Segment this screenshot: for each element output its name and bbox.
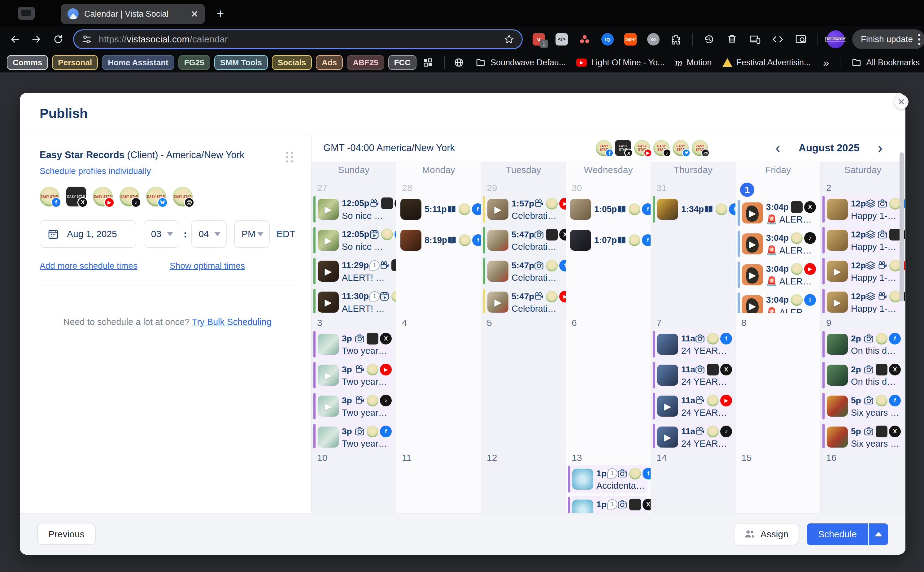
browser-profile-avatar[interactable]: SOUNDWAVE bbox=[827, 30, 845, 48]
back-icon[interactable] bbox=[8, 33, 22, 46]
extension-red-icon[interactable]: v1 bbox=[532, 33, 546, 46]
calendar-post[interactable]: ▶11a♪24 YEARS(!) of … bbox=[653, 423, 732, 448]
meridiem-select[interactable]: PM bbox=[234, 220, 270, 248]
assign-button[interactable]: Assign bbox=[734, 524, 798, 545]
next-month-icon[interactable]: › bbox=[876, 141, 885, 155]
calendar-scrollbar[interactable] bbox=[899, 152, 904, 302]
show-optimal-times-link[interactable]: Show optimal times bbox=[170, 261, 245, 271]
profile-threads[interactable]: EASY STAR@ bbox=[692, 140, 708, 156]
bookmark-group-socials[interactable]: Socials bbox=[272, 55, 312, 70]
date-picker-field[interactable]: Aug 1, 2025 bbox=[40, 220, 136, 248]
calendar-post[interactable]: ▶11a▶24 YEARS(!) of … bbox=[653, 392, 732, 420]
calendar-post[interactable]: 2pXOn this day in … bbox=[823, 361, 902, 389]
calendar-post[interactable]: ▶12:05pXSo nice 🍒😌 #… bbox=[313, 195, 393, 224]
bookmark-group-smm-tools[interactable]: SMM Tools bbox=[214, 55, 268, 70]
profile-bluesky[interactable]: EASY STAR bbox=[672, 140, 689, 156]
bookmark-group-comms[interactable]: Comms bbox=[7, 55, 48, 70]
try-bulk-scheduling-link[interactable]: Try Bulk Scheduling bbox=[192, 317, 272, 327]
profile-x[interactable]: EASY STARX bbox=[615, 140, 631, 156]
forward-icon[interactable] bbox=[30, 33, 44, 46]
devices-icon[interactable] bbox=[748, 33, 762, 46]
calendar-post[interactable]: 3pfTwo years ag… bbox=[313, 423, 393, 448]
extensions-puzzle-icon[interactable] bbox=[669, 33, 683, 46]
calendar-post[interactable]: ▶3:04p▶🚨 ALERT ‼️ BU… bbox=[737, 261, 817, 289]
finish-update-button[interactable]: Finish update ••• bbox=[852, 30, 924, 49]
url-bar[interactable]: https://vistasocial.com/calendar bbox=[73, 30, 523, 49]
browser-tab[interactable]: Calendar | Vista Social ✕ bbox=[61, 4, 205, 24]
profile-facebook[interactable]: EASY STARf bbox=[596, 140, 612, 156]
bookmark-star-icon[interactable] bbox=[504, 34, 514, 45]
profile-youtube[interactable]: EASY STAR▶ bbox=[634, 140, 650, 156]
modal-close-icon[interactable]: ✕ bbox=[894, 95, 908, 109]
inspect-page-icon[interactable] bbox=[794, 33, 807, 46]
all-bookmarks-button[interactable]: All Bookmarks bbox=[851, 57, 920, 68]
calendar-post[interactable]: 12pfHappy 1-year … bbox=[823, 195, 902, 224]
bookmark-group-fcc[interactable]: FCC bbox=[388, 55, 417, 70]
calendar-post[interactable]: 1:34pf bbox=[653, 195, 732, 224]
schedule-dropdown-button[interactable] bbox=[869, 524, 888, 545]
calendar-post[interactable]: ▶3:04pX🚨 ALERT ‼️ BU… bbox=[737, 199, 817, 227]
bookmarks-overflow-icon[interactable]: » bbox=[823, 57, 829, 69]
new-tab-button[interactable]: + bbox=[217, 7, 224, 21]
calendar-post[interactable]: ▶1:57p▶Celebrating th… bbox=[483, 195, 563, 224]
bookmark-item[interactable]: ▶Light Of Mine - Yo... bbox=[576, 58, 664, 67]
calendar-post[interactable]: 2pfOn this day in … bbox=[823, 330, 902, 358]
calendar-post[interactable]: ▶3:04p♪🚨 ALERT ‼️ BU… bbox=[737, 230, 817, 258]
add-more-schedule-times-link[interactable]: Add more schedule times bbox=[40, 261, 137, 271]
profile-x[interactable]: EASY STARX bbox=[66, 187, 86, 207]
calendar-post[interactable]: 1p1fAccidental Ba… bbox=[568, 465, 647, 493]
calendar-post[interactable]: 5pfSix years since… bbox=[823, 392, 902, 420]
bookmark-group-home-assistant[interactable]: Home Assistant bbox=[102, 55, 174, 70]
calendar-post[interactable]: ▶11:30p1fALERT! 🚨 New … bbox=[313, 288, 393, 313]
calendar-post[interactable]: ▶3p▶Two years ag… bbox=[313, 361, 393, 389]
calendar-post[interactable]: ▶3:04pf🚨 ALERT ‼️ BU… bbox=[737, 292, 817, 313]
calendar-post[interactable]: ▶12p▶Happy 1-year … bbox=[823, 257, 902, 285]
calendar-post[interactable]: 5pXSix years since… bbox=[823, 423, 902, 448]
minute-select[interactable]: 04 bbox=[191, 220, 227, 248]
link-extension-icon[interactable]: ∞ bbox=[647, 33, 660, 46]
reload-icon[interactable] bbox=[51, 33, 65, 46]
bookmark-item[interactable]: Soundwave Defau... bbox=[475, 57, 566, 68]
calendar-post[interactable]: 3pXTwo years ag… bbox=[313, 330, 393, 358]
history-icon[interactable] bbox=[702, 33, 716, 46]
schedule-button[interactable]: Schedule bbox=[807, 524, 868, 545]
calendar-post[interactable]: ▶11:29p1XALERT! 🚨 New … bbox=[313, 257, 393, 285]
calendar-post[interactable]: 1p1XAccidental Ba… bbox=[568, 496, 647, 513]
bookmark-group-abf25[interactable]: ABF25 bbox=[347, 55, 384, 70]
calendar-post[interactable]: ▶12p♪Happy 1-year … bbox=[823, 288, 902, 313]
calendar-post[interactable]: 5:47pfCelebrating th… bbox=[483, 257, 563, 285]
bookmark-group-personal[interactable]: Personal bbox=[52, 55, 98, 70]
calendar-post[interactable]: 5:47pXCelebrating E… bbox=[483, 226, 563, 255]
profile-facebook[interactable]: EASY STARf bbox=[40, 187, 59, 207]
bookmark-group-fg25[interactable]: FG25 bbox=[178, 55, 210, 70]
dev-code-icon[interactable] bbox=[771, 33, 785, 46]
calendar-post[interactable]: ▶12:05pfSo nice 🍒😌 #… bbox=[313, 226, 393, 255]
extension-code-icon[interactable]: </> bbox=[555, 33, 569, 46]
iq-extension-icon[interactable]: IQ bbox=[601, 33, 614, 46]
profile-threads[interactable]: EASY STAR@ bbox=[173, 187, 193, 207]
calendar-post[interactable]: ▶5:47p▶Celebrating th… bbox=[483, 288, 563, 313]
bookmark-item[interactable]: mMotion bbox=[675, 57, 712, 68]
bookmark-item[interactable]: Festival Advertisin... bbox=[722, 58, 811, 67]
tab-groups-grid-icon[interactable] bbox=[422, 57, 434, 68]
profile-tiktok[interactable]: EASY STAR♪ bbox=[653, 140, 669, 156]
site-settings-icon[interactable] bbox=[81, 34, 92, 45]
bookmark-group-ads[interactable]: Ads bbox=[316, 55, 343, 70]
schedule-profiles-individually-link[interactable]: Schedule profiles individually bbox=[40, 166, 151, 176]
globe-icon[interactable] bbox=[453, 57, 465, 68]
calendar-post[interactable]: 8:19pf bbox=[398, 226, 478, 255]
calendar-post[interactable]: 12pXHappy 1-year … bbox=[823, 226, 902, 255]
calendar-post[interactable]: 11af24 YEARS(!) of … bbox=[653, 330, 732, 358]
trash-icon[interactable] bbox=[725, 33, 739, 46]
calendar-post[interactable]: 1:07pf bbox=[568, 226, 647, 255]
calendar-post[interactable]: 11aX24 YEARS(!) of … bbox=[653, 361, 732, 389]
screen-share-icon[interactable] bbox=[18, 7, 35, 20]
tab-close-icon[interactable]: ✕ bbox=[191, 9, 198, 19]
profile-bluesky[interactable]: EASY STAR bbox=[146, 187, 166, 207]
calendar-post[interactable]: 5:11pf bbox=[398, 195, 478, 224]
url-text[interactable]: https://vistasocial.com/calendar bbox=[99, 34, 504, 45]
profile-tiktok[interactable]: EASY STAR♪ bbox=[120, 187, 139, 207]
calendar-post[interactable]: 1:05pf bbox=[568, 195, 647, 224]
asana-icon[interactable] bbox=[578, 33, 591, 46]
profile-youtube[interactable]: EASY STAR▶ bbox=[93, 187, 113, 207]
